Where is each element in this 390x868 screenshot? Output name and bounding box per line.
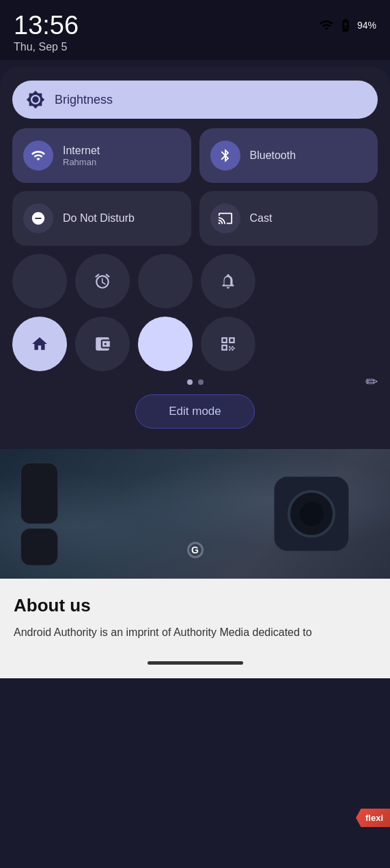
home-icon xyxy=(31,335,48,353)
home-bar-line xyxy=(148,661,243,665)
cast-icon xyxy=(218,211,233,226)
edit-mode-button[interactable]: Edit mode xyxy=(135,394,255,429)
tiles-row-1: Internet Rahman Bluetooth xyxy=(12,128,378,183)
internet-title: Internet xyxy=(63,145,100,157)
pagination-dot-1 xyxy=(187,379,193,385)
dnd-icon xyxy=(31,211,46,226)
brightness-tile[interactable]: Brightness xyxy=(12,81,378,119)
internet-icon-circle xyxy=(23,141,53,171)
wifi-icon xyxy=(31,148,46,163)
brightness-label: Brightness xyxy=(55,93,113,107)
about-text: Android Authority is an imprint of Autho… xyxy=(14,624,376,641)
cast-tile[interactable]: Cast xyxy=(199,191,378,246)
quick-settings-panel: Brightness Internet Rahman Bluetooth xyxy=(0,67,390,449)
small-tile-4[interactable] xyxy=(201,254,255,308)
bluetooth-tile[interactable]: Bluetooth xyxy=(199,128,378,183)
pagination-row: ✏ xyxy=(12,379,378,385)
dnd-tile[interactable]: Do Not Disturb xyxy=(12,191,191,246)
small-tile-5[interactable] xyxy=(12,317,67,371)
google-logo: G xyxy=(187,542,204,558)
edit-pencil-icon[interactable]: ✏ xyxy=(365,373,378,391)
home-bar xyxy=(0,654,390,678)
small-tile-6[interactable] xyxy=(75,317,130,371)
cast-tile-text: Cast xyxy=(250,212,273,225)
qr-icon xyxy=(219,335,237,353)
about-section: About us Android Authority is an imprint… xyxy=(0,579,390,654)
wallpaper-section: G xyxy=(0,449,390,579)
camera-area-left xyxy=(20,463,58,566)
clock: 13:56 xyxy=(14,12,79,38)
wallet-icon xyxy=(94,335,111,353)
dnd-icon-circle xyxy=(23,203,53,233)
status-icons: 94% xyxy=(319,18,376,33)
cast-title: Cast xyxy=(250,212,273,225)
alarm-icon xyxy=(94,272,111,290)
bell-icon xyxy=(219,272,237,290)
small-tile-8[interactable] xyxy=(201,317,255,371)
small-tile-2[interactable] xyxy=(75,254,130,308)
wifi-status-icon xyxy=(319,18,334,33)
internet-tile[interactable]: Internet Rahman xyxy=(12,128,191,183)
internet-subtitle: Rahman xyxy=(63,157,100,167)
small-tiles-row-1 xyxy=(12,254,378,308)
bluetooth-title: Bluetooth xyxy=(250,149,296,162)
small-tile-1[interactable] xyxy=(12,254,67,308)
battery-percent: 94% xyxy=(357,20,376,31)
internet-tile-text: Internet Rahman xyxy=(63,145,100,167)
camera-area-right xyxy=(274,476,349,551)
date: Thu, Sep 5 xyxy=(14,41,79,53)
status-bar-left: 13:56 Thu, Sep 5 xyxy=(14,12,79,53)
cast-icon-circle xyxy=(210,203,240,233)
bluetooth-icon xyxy=(218,148,233,163)
brightness-icon xyxy=(26,90,45,109)
small-tile-3[interactable] xyxy=(138,254,193,308)
status-bar: 13:56 Thu, Sep 5 94% xyxy=(0,0,390,60)
small-tile-7[interactable] xyxy=(138,317,193,371)
battery-status-icon xyxy=(338,18,353,33)
dnd-title: Do Not Disturb xyxy=(63,212,135,225)
small-tiles-row-2 xyxy=(12,317,378,371)
about-title: About us xyxy=(14,595,376,616)
bluetooth-tile-text: Bluetooth xyxy=(250,149,296,162)
dnd-tile-text: Do Not Disturb xyxy=(63,212,135,225)
tiles-row-2: Do Not Disturb Cast xyxy=(12,191,378,246)
pagination-dot-2 xyxy=(198,379,204,385)
bluetooth-icon-circle xyxy=(210,141,240,171)
flexi-badge: flexi xyxy=(356,809,390,827)
